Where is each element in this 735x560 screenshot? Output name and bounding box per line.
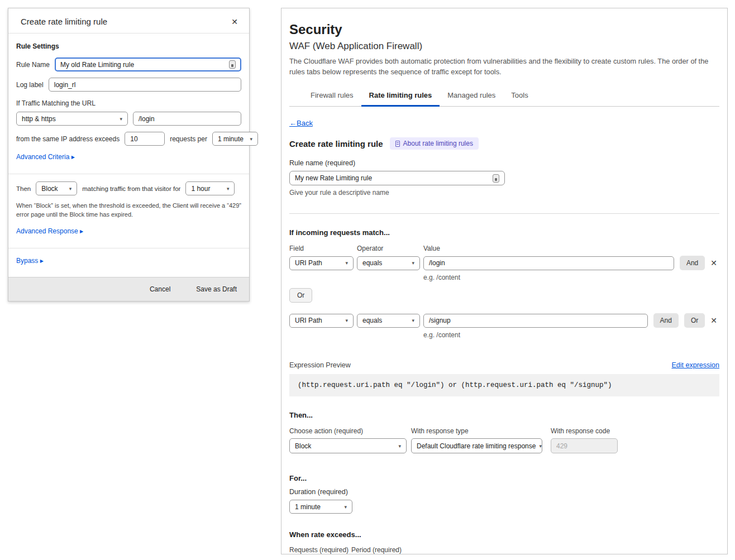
divider (289, 213, 719, 214)
rule-name-input[interactable]: My new Rate Limiting rule (289, 171, 505, 185)
block-duration-select[interactable]: 1 hour ▾ (185, 181, 235, 195)
page-title: Security (289, 22, 719, 37)
url-input[interactable]: /login (133, 112, 241, 126)
triangle-right-icon: ▶ (80, 229, 83, 234)
chevron-down-icon: ▾ (412, 318, 414, 323)
for-heading: For... (289, 474, 719, 482)
duration-value: 1 hour (191, 185, 210, 193)
chevron-down-icon: ▾ (398, 443, 401, 449)
advanced-criteria-link[interactable]: Advanced Criteria ▶ (16, 153, 75, 161)
action-select[interactable]: Block ▾ (36, 181, 77, 195)
tab-firewall-rules[interactable]: Firewall rules (303, 86, 361, 107)
save-as-draft-button[interactable]: Save as Draft (196, 285, 237, 293)
action-value: Block (41, 185, 58, 193)
or-button[interactable]: Or (684, 313, 705, 328)
expression-preview-code: (http.request.uri.path eq "/login") or (… (289, 374, 719, 396)
page-description: The Cloudflare WAF provides both automat… (289, 56, 719, 77)
period-label: Period (required) (351, 546, 402, 554)
edit-expression-link[interactable]: Edit expression (672, 361, 719, 369)
period-select[interactable]: 1 minute ▾ (212, 132, 258, 146)
choose-action-select[interactable]: Block ▾ (289, 438, 407, 453)
chevron-down-icon: ▾ (120, 116, 122, 122)
tab-managed-rules[interactable]: Managed rules (440, 86, 503, 107)
field-select[interactable]: URI Path ▾ (289, 314, 354, 328)
about-badge-label: About rate limiting rules (403, 140, 473, 147)
url-value: /login (139, 115, 155, 123)
form-title: Create rate limiting rule (289, 139, 383, 149)
period-value: 1 minute (218, 135, 244, 143)
form-title-row: Create rate limiting rule About rate lim… (289, 137, 719, 150)
rule-settings-heading: Rule Settings (16, 42, 241, 50)
rule-name-row: Rule Name My old Rate Limiting rule (16, 58, 241, 71)
triangle-right-icon: ▶ (40, 259, 44, 264)
exceeds-prefix: from the same IP address exceeds (16, 135, 120, 143)
expression-preview-row: Expression Preview Edit expression (289, 361, 719, 369)
cancel-button[interactable]: Cancel (150, 285, 170, 293)
about-rate-limiting-rules-badge[interactable]: About rate limiting rules (390, 137, 479, 150)
requests-input[interactable]: 10 (125, 132, 165, 146)
block-note: When “Block” is set, when the threshold … (16, 202, 241, 219)
advanced-response-link[interactable]: Advanced Response ▶ (16, 227, 83, 235)
operator-select[interactable]: equals ▾ (357, 256, 420, 270)
chevron-down-icon: ▾ (345, 260, 348, 266)
chevron-down-icon: ▾ (344, 504, 347, 510)
triangle-right-icon: ▶ (71, 155, 75, 160)
rule-name-help: Give your rule a descriptive name (289, 189, 719, 197)
then-suffix: matching traffic from that visitor for (82, 185, 180, 192)
action-column-labels: Choose action (required) With response t… (289, 427, 719, 435)
scheme-select[interactable]: http & https ▾ (16, 112, 128, 126)
waf-tabs: Firewall rules Rate limiting rules Manag… (289, 86, 719, 107)
tab-rate-limiting-rules[interactable]: Rate limiting rules (361, 86, 440, 107)
response-type-label: With response type (411, 427, 551, 435)
value-input[interactable]: /login (423, 256, 674, 270)
condition-row: URI Path ▾ equals ▾ /login And ✕ (289, 256, 719, 270)
password-manager-icon[interactable] (229, 60, 236, 69)
dialog-body: Rule Settings Rule Name My old Rate Limi… (8, 33, 249, 277)
value-hint: e.g. /content (423, 331, 719, 339)
chevron-down-icon: ▾ (345, 318, 348, 323)
log-label-label: Log label (16, 81, 44, 89)
value-text: /login (429, 259, 445, 267)
rule-name-input[interactable]: My old Rate Limiting rule (55, 58, 241, 71)
close-icon[interactable]: ✕ (231, 17, 238, 26)
duration-label: Duration (required) (289, 488, 719, 496)
remove-condition-icon[interactable]: ✕ (708, 316, 719, 325)
then-row: Then Block ▾ matching traffic from that … (16, 181, 241, 195)
bypass-link[interactable]: Bypass ▶ (16, 257, 44, 265)
dialog-header: Create rate limiting rule ✕ (8, 8, 249, 33)
tab-tools[interactable]: Tools (503, 86, 536, 107)
operator-value: equals (362, 317, 382, 324)
duration-select[interactable]: 1 minute ▾ (289, 500, 352, 514)
then-heading: Then... (289, 411, 719, 419)
chevron-down-icon: ▾ (412, 260, 414, 266)
chevron-down-icon: ▾ (227, 186, 230, 192)
and-button[interactable]: And (653, 313, 679, 328)
log-label-value: login_rl (54, 81, 76, 89)
back-link[interactable]: ←Back (289, 119, 313, 127)
match-heading: If incoming requests match... (289, 228, 719, 237)
chevron-down-icon: ▾ (539, 443, 542, 449)
rule-name-label: Rule name (required) (289, 159, 719, 167)
requests-value: 10 (130, 135, 137, 143)
operator-select[interactable]: equals ▾ (357, 314, 420, 328)
log-label-row: Log label login_rl (16, 78, 241, 92)
or-connector-button[interactable]: Or (289, 288, 312, 303)
log-label-input[interactable]: login_rl (49, 78, 241, 92)
choose-action-label: Choose action (required) (289, 427, 411, 435)
response-code-label: With response code (551, 427, 610, 435)
dialog-footer: Cancel Save as Draft (8, 277, 249, 301)
value-input[interactable]: /signup (423, 314, 648, 328)
value-text: /signup (429, 317, 451, 324)
field-select[interactable]: URI Path ▾ (289, 256, 354, 270)
rule-name-value: My old Rate Limiting rule (60, 61, 134, 69)
and-button[interactable]: And (680, 256, 705, 270)
document-icon (395, 141, 400, 147)
back-arrow-icon: ← (289, 119, 297, 127)
condition-column-labels: Field Operator Value (289, 245, 719, 252)
advanced-response-label: Advanced Response (16, 227, 78, 235)
response-type-select[interactable]: Default Cloudflare rate limiting respons… (411, 438, 542, 453)
duration-value: 1 minute (295, 503, 321, 511)
threshold-row: from the same IP address exceeds 10 requ… (16, 132, 241, 146)
password-manager-icon[interactable] (493, 174, 499, 183)
remove-condition-icon[interactable]: ✕ (708, 259, 719, 267)
